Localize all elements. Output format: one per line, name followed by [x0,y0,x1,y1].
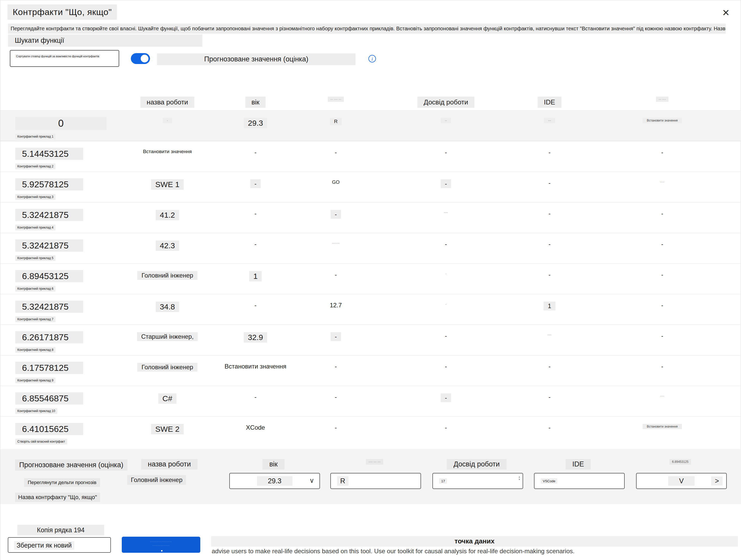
cell-value: ·· [441,118,451,123]
panel-column: назва роботиГоловний інженер [120,449,219,485]
next-arrow-icon[interactable]: > [711,477,723,486]
table-row: 0Контрфактний приклад 1·29.3R·····Встано… [0,110,741,141]
row-prediction-value: 5.32421875 [15,239,83,252]
row-label: Контрфактний приклад 9 [15,378,56,383]
column-header-last: ··· ···· [583,94,741,110]
search-features-input[interactable]: Сортувати стовпці функцій за важливістю … [10,50,119,67]
whatif-counterfactuals-panel: Контрфакти "Що, якщо" × Переглядайте кон… [0,0,741,560]
counterfactual-name-label: Назва контрфакту "Що, якщо" [15,493,100,502]
cell-value: - [445,363,447,370]
panel-column-header: вік [262,459,284,470]
panel-column-header: IDE [565,459,591,470]
counterfactual-table: 0Контрфактний приклад 1·29.3R·····Встано… [0,110,741,447]
set-value-link[interactable]: Встановити значення [643,118,682,123]
cell-value: 42.3 [156,241,179,251]
table-row: 6.41015625Створіть свій власний контрфак… [0,416,741,447]
cell-value: Головний інженер [137,363,197,372]
panel-column-header: 6.89453125 [670,459,691,464]
cell-value: 1 [544,302,555,310]
column-header-ide: IDE [516,94,583,110]
predicted-value-toggle[interactable] [131,53,150,64]
row-prediction-value: 5.14453125 [15,148,83,160]
datapoint-label: точка даних [211,536,738,547]
panel-dropdown[interactable]: V> [636,473,727,489]
cell-value: - [255,302,257,309]
cell-value: ···· [547,333,552,336]
row-prediction-value: 5.92578125 [15,178,83,190]
table-row: 6.17578125Контрфактний приклад 9Головний… [0,355,741,386]
spinner-arrows-icon[interactable]: ▲▼ [518,476,521,481]
cell-value: - [661,302,663,309]
panel-column: IDEVSCode [528,449,628,489]
cell-value: · [163,118,172,123]
cell-value: - [335,149,337,156]
table-row: 5.32421875Контрфактний приклад 441.2--··… [0,202,741,233]
cell-value: - [661,149,663,156]
panel-input[interactable]: R [330,473,421,489]
column-header-job-title: назва роботи [120,94,215,110]
cell-value: - [445,424,447,431]
set-value-link[interactable]: Встановити значення [225,363,286,370]
row-label: Контрфактний приклад 1 [15,134,56,139]
cell-value: 41.2 [156,210,179,220]
primary-action-button[interactable]: ························· ··············… [122,537,200,553]
panel-dropdown[interactable]: 29.3∨ [229,473,320,489]
cell-value: - [548,210,551,217]
cell-value: - [255,393,257,400]
cell-value: ···· [660,394,664,398]
cell-value: - [335,393,337,400]
predicted-value-label: Прогнозоване значення (оцінка) [157,53,355,65]
cell-value: - [335,424,337,431]
row-prediction-value: 5.32421875 [15,301,83,313]
cell-value: - [255,210,257,217]
cell-value: 12.7 [330,302,342,309]
cell-value: - [445,241,447,247]
panel-input[interactable]: VSCode [534,473,625,489]
cell-value: - [548,149,551,156]
column-header-rowname [0,94,120,110]
row-label: Контрфактний приклад 10 [15,408,57,414]
row-label: Контрфактний приклад 4 [15,225,56,230]
cell-value: · [446,272,447,275]
save-as-new-button[interactable]: Зберегти як новий [8,537,111,553]
cell-value: - [331,210,341,219]
search-input-value: Сортувати стовпці функцій за важливістю … [15,54,100,58]
cell-value: - [255,241,257,247]
set-value-link[interactable]: Встановити значення [143,149,192,154]
row-prediction-value: 6.17578125 [15,362,83,374]
predicted-value-heading: Прогнозоване значення (оцінка) [15,459,128,471]
cell-value: XCode [246,424,265,431]
row-label: Контрфактний приклад 5 [15,255,56,261]
row-prediction-value: 6.26171875 [15,331,83,344]
view-deltas-link[interactable]: Переглянути дельти прогнозів [24,478,100,487]
cell-value: - [548,179,551,186]
panel-column: Досвід роботи17▲▼ [427,449,527,489]
row-prediction-value: 5.32421875 [15,209,83,221]
panel-column-header: Досвід роботи [447,459,506,470]
panel-column-header: ···· ··· ··· [366,459,383,464]
cell-value: - [661,241,663,247]
cell-value: - [445,149,447,156]
row-label: Контрфактний приклад 3 [15,194,56,200]
info-icon[interactable]: i [368,55,376,62]
cell-value: 1 [249,271,262,282]
cell-value: - [548,393,551,400]
cell-value: C# [158,393,177,404]
cell-value: - [255,149,257,156]
row-prediction-value: 0 [15,117,107,130]
cell-value: R [330,118,342,125]
cell-value: SWE 1 [151,179,184,190]
table-row: 5.32421875Контрфактний приклад 734.8-12.… [0,294,741,324]
panel-spinner-input[interactable]: 17▲▼ [432,473,523,489]
close-icon[interactable]: × [722,6,729,18]
cell-value: - [441,393,451,402]
set-value-link[interactable]: Встановити значення [643,424,682,429]
table-row: 6.89453125Контрфактний приклад 6Головний… [0,263,741,294]
cell-value: - [335,271,337,278]
table-row: 5.32421875Контрфактний приклад 542.3-···… [0,233,741,263]
panel-column-header: назва роботи [141,459,198,470]
cell-value: SWE 2 [151,424,184,434]
search-features-label: Шукати функції [8,35,202,47]
cell-value: - [445,332,447,339]
cell-value: 32.9 [244,332,267,343]
